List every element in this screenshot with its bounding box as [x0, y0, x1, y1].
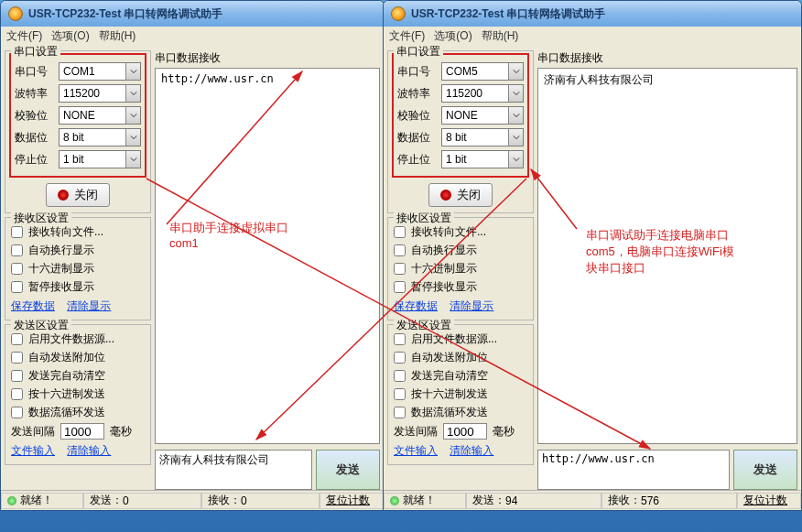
interval-input[interactable] [60, 423, 104, 440]
chk-tx-auto-clear[interactable]: 发送完自动清空 [394, 368, 527, 384]
combo-stopbits[interactable]: 1 bit [441, 150, 524, 168]
menu-options[interactable]: 选项(O) [434, 28, 471, 44]
chevron-down-icon[interactable] [508, 63, 523, 80]
chk-rx-forward-file[interactable]: 接收转向文件... [11, 224, 145, 240]
send-button[interactable]: 发送 [316, 450, 380, 490]
link-reset-count[interactable]: 复位计数 [743, 493, 787, 508]
combo-parity[interactable]: NONE [59, 106, 141, 125]
chevron-down-icon[interactable] [508, 151, 523, 168]
link-clear-input[interactable]: 清除输入 [67, 444, 111, 457]
chk-tx-loop-send[interactable]: 数据流循环发送 [11, 405, 145, 420]
combo-stopbits[interactable]: 1 bit [59, 150, 141, 168]
group-title-tx: 发送区设置 [11, 318, 71, 333]
status-send-count: 94 [505, 494, 517, 507]
group-tx-settings: 发送区设置 启用文件数据源... 自动发送附加位 发送完自动清空 按十六进制发送… [5, 324, 151, 465]
menubar: 文件(F) 选项(O) 帮助(H) [384, 27, 801, 45]
chk-tx-file-source[interactable]: 启用文件数据源... [394, 331, 527, 347]
chk-tx-auto-append[interactable]: 自动发送附加位 [11, 350, 145, 365]
label-stopbits: 停止位 [15, 152, 53, 168]
chk-tx-auto-append[interactable]: 自动发送附加位 [394, 350, 527, 365]
group-serial-settings: 串口设置 串口号 COM1 波特率 115200 校验位 NONE 数据位 8 … [5, 50, 151, 213]
combo-port[interactable]: COM1 [59, 62, 141, 81]
chk-rx-pause[interactable]: 暂停接收显示 [394, 279, 527, 295]
label-interval: 发送间隔 [11, 424, 55, 440]
rx-area-title: 串口数据接收 [155, 50, 380, 66]
chk-rx-auto-newline[interactable]: 自动换行显示 [394, 243, 527, 258]
chevron-down-icon[interactable] [125, 129, 140, 146]
record-icon [58, 190, 69, 201]
combo-databits[interactable]: 8 bit [441, 128, 524, 147]
combo-databits[interactable]: 8 bit [59, 128, 141, 147]
chk-tx-auto-clear[interactable]: 发送完自动清空 [11, 368, 145, 384]
send-button[interactable]: 发送 [733, 450, 797, 490]
status-recv-count: 576 [641, 494, 659, 507]
label-databits: 数据位 [15, 130, 53, 146]
interval-input[interactable] [443, 423, 487, 440]
status-bulb-icon [7, 496, 16, 505]
chk-tx-loop-send[interactable]: 数据流循环发送 [394, 405, 527, 420]
chk-tx-hex-send[interactable]: 按十六进制发送 [394, 386, 527, 402]
rx-textarea[interactable]: 济南有人科技有限公司 [537, 68, 797, 444]
status-ready: 就绪！ [20, 493, 53, 508]
chk-rx-hex[interactable]: 十六进制显示 [11, 261, 145, 277]
window-left: USR-TCP232-Test 串口转网络调试助手 文件(F) 选项(O) 帮助… [0, 0, 385, 511]
serial-highlight-box: 串口号 COM5 波特率 115200 校验位 NONE 数据位 8 bit 停… [392, 53, 529, 178]
status-bulb-icon [390, 496, 399, 505]
menu-options[interactable]: 选项(O) [51, 28, 89, 44]
chevron-down-icon[interactable] [125, 107, 140, 124]
group-title-serial: 串口设置 [394, 44, 443, 60]
combo-baud[interactable]: 115200 [59, 84, 141, 103]
chevron-down-icon[interactable] [125, 85, 140, 102]
group-title-rx: 接收区设置 [11, 211, 71, 226]
window-title: USR-TCP232-Test 串口转网络调试助手 [411, 6, 605, 22]
group-tx-settings: 发送区设置 启用文件数据源... 自动发送附加位 发送完自动清空 按十六进制发送… [387, 324, 534, 465]
titlebar[interactable]: USR-TCP232-Test 串口转网络调试助手 [1, 1, 384, 27]
link-clear-display[interactable]: 清除显示 [67, 299, 111, 312]
chevron-down-icon[interactable] [508, 85, 523, 102]
chevron-down-icon[interactable] [508, 129, 523, 146]
menu-file[interactable]: 文件(F) [6, 28, 42, 44]
group-title-serial: 串口设置 [11, 44, 60, 60]
chk-rx-pause[interactable]: 暂停接收显示 [11, 279, 145, 295]
group-serial-settings: 串口设置 串口号 COM5 波特率 115200 校验位 NONE 数据位 8 … [387, 50, 534, 213]
chk-tx-file-source[interactable]: 启用文件数据源... [11, 331, 145, 347]
chk-rx-hex[interactable]: 十六进制显示 [394, 261, 527, 277]
label-baud: 波特率 [15, 86, 53, 102]
tx-textarea[interactable]: http://www.usr.cn [537, 450, 730, 490]
link-save-data[interactable]: 保存数据 [394, 299, 438, 312]
link-reset-count[interactable]: 复位计数 [326, 493, 370, 508]
link-save-data[interactable]: 保存数据 [11, 299, 55, 312]
status-send-count: 0 [123, 494, 129, 507]
app-icon [8, 6, 23, 21]
link-clear-input[interactable]: 清除输入 [450, 444, 493, 457]
label-parity: 校验位 [15, 108, 53, 124]
menu-help[interactable]: 帮助(H) [482, 28, 519, 44]
group-rx-settings: 接收区设置 接收转向文件... 自动换行显示 十六进制显示 暂停接收显示 保存数… [387, 217, 534, 320]
combo-baud[interactable]: 115200 [441, 84, 524, 103]
menu-file[interactable]: 文件(F) [389, 28, 425, 44]
chk-tx-hex-send[interactable]: 按十六进制发送 [11, 386, 145, 402]
close-port-button[interactable]: 关闭 [46, 183, 110, 207]
titlebar[interactable]: USR-TCP232-Test 串口转网络调试助手 [384, 1, 801, 27]
serial-highlight-box: 串口号 COM1 波特率 115200 校验位 NONE 数据位 8 bit 停… [9, 53, 146, 178]
label-port: 串口号 [15, 64, 53, 80]
link-clear-display[interactable]: 清除显示 [450, 299, 493, 312]
rx-textarea[interactable]: http://www.usr.cn [155, 68, 380, 444]
chevron-down-icon[interactable] [125, 151, 140, 168]
link-file-input[interactable]: 文件输入 [11, 444, 55, 457]
link-file-input[interactable]: 文件输入 [394, 444, 438, 457]
statusbar: 就绪！ 发送：94 接收：576 复位计数 [384, 490, 801, 510]
chk-rx-forward-file[interactable]: 接收转向文件... [394, 224, 527, 240]
status-recv-count: 0 [241, 494, 247, 507]
menu-help[interactable]: 帮助(H) [99, 28, 136, 44]
chevron-down-icon[interactable] [508, 107, 523, 124]
close-port-button[interactable]: 关闭 [428, 183, 493, 207]
combo-port[interactable]: COM5 [441, 62, 524, 81]
record-icon [440, 190, 451, 201]
menubar: 文件(F) 选项(O) 帮助(H) [1, 27, 384, 45]
combo-parity[interactable]: NONE [441, 106, 524, 125]
chevron-down-icon[interactable] [125, 63, 140, 80]
label-interval-unit: 毫秒 [110, 424, 132, 440]
chk-rx-auto-newline[interactable]: 自动换行显示 [11, 243, 145, 258]
tx-textarea[interactable]: 济南有人科技有限公司 [155, 450, 312, 490]
